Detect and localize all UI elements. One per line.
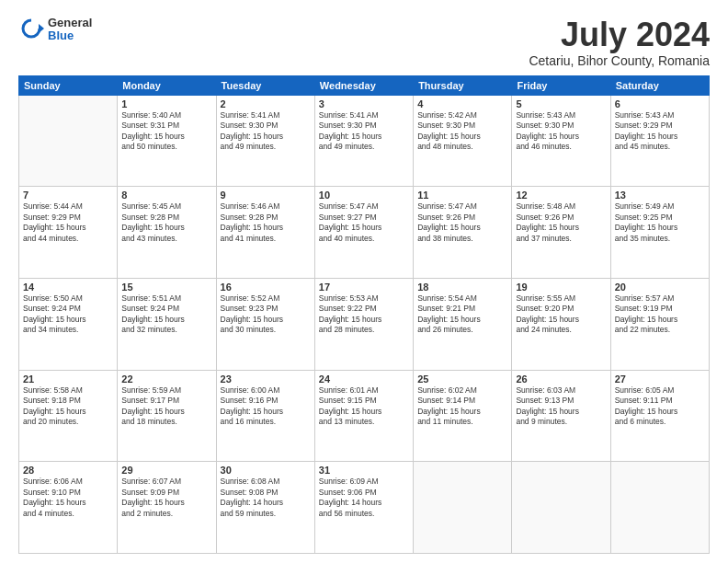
table-row: 7Sunrise: 5:44 AMSunset: 9:29 PMDaylight… xyxy=(19,187,118,279)
cell-content: Sunrise: 6:09 AMSunset: 9:06 PMDaylight:… xyxy=(319,477,409,519)
day-number: 6 xyxy=(615,98,705,109)
day-number: 1 xyxy=(121,98,211,109)
day-number: 28 xyxy=(23,465,113,476)
calendar-row: 1Sunrise: 5:40 AMSunset: 9:31 PMDaylight… xyxy=(19,95,710,187)
col-saturday: Saturday xyxy=(610,75,709,95)
cell-content: Sunrise: 5:57 AMSunset: 9:19 PMDaylight:… xyxy=(615,293,705,336)
cell-content: Sunrise: 5:48 AMSunset: 9:26 PMDaylight:… xyxy=(516,201,606,244)
table-row: 17Sunrise: 5:53 AMSunset: 9:22 PMDayligh… xyxy=(314,278,413,370)
calendar-row: 14Sunrise: 5:50 AMSunset: 9:24 PMDayligh… xyxy=(19,278,710,370)
table-row: 16Sunrise: 5:52 AMSunset: 9:23 PMDayligh… xyxy=(216,278,314,370)
day-number: 23 xyxy=(221,373,311,385)
header: General Blue July 2024 Cetariu, Bihor Co… xyxy=(18,17,710,68)
cell-content: Sunrise: 5:50 AMSunset: 9:24 PMDaylight:… xyxy=(23,293,113,336)
cell-content: Sunrise: 5:51 AMSunset: 9:24 PMDaylight:… xyxy=(121,293,211,336)
table-row: 8Sunrise: 5:45 AMSunset: 9:28 PMDaylight… xyxy=(118,187,216,279)
cell-content: Sunrise: 5:46 AMSunset: 9:28 PMDaylight:… xyxy=(221,201,311,244)
main-title: July 2024 xyxy=(529,17,710,53)
table-row: 27Sunrise: 6:05 AMSunset: 9:11 PMDayligh… xyxy=(610,370,709,462)
subtitle: Cetariu, Bihor County, Romania xyxy=(529,53,710,68)
table-row: 15Sunrise: 5:51 AMSunset: 9:24 PMDayligh… xyxy=(118,278,216,370)
day-number: 24 xyxy=(319,373,409,385)
table-row: 22Sunrise: 5:59 AMSunset: 9:17 PMDayligh… xyxy=(118,370,216,462)
day-number: 29 xyxy=(121,465,211,476)
logo-general-text: General xyxy=(48,17,92,29)
day-number: 21 xyxy=(23,373,113,385)
cell-content: Sunrise: 5:53 AMSunset: 9:22 PMDaylight:… xyxy=(319,293,409,336)
table-row: 30Sunrise: 6:08 AMSunset: 9:08 PMDayligh… xyxy=(216,462,314,554)
logo-blue-text: Blue xyxy=(48,29,92,42)
table-row: 11Sunrise: 5:47 AMSunset: 9:26 PMDayligh… xyxy=(414,187,512,279)
table-row: 13Sunrise: 5:49 AMSunset: 9:25 PMDayligh… xyxy=(610,187,709,279)
day-number: 7 xyxy=(23,190,113,201)
day-number: 27 xyxy=(615,373,705,385)
cell-content: Sunrise: 5:58 AMSunset: 9:18 PMDaylight:… xyxy=(23,385,113,428)
table-row: 3Sunrise: 5:41 AMSunset: 9:30 PMDaylight… xyxy=(314,95,413,187)
day-number: 31 xyxy=(319,465,409,476)
cell-content: Sunrise: 6:06 AMSunset: 9:10 PMDaylight:… xyxy=(23,477,113,519)
table-row: 25Sunrise: 6:02 AMSunset: 9:14 PMDayligh… xyxy=(414,370,512,462)
day-number: 20 xyxy=(615,282,705,293)
day-number: 30 xyxy=(221,465,311,476)
table-row: 9Sunrise: 5:46 AMSunset: 9:28 PMDaylight… xyxy=(216,187,314,279)
table-row: 31Sunrise: 6:09 AMSunset: 9:06 PMDayligh… xyxy=(314,462,413,554)
cell-content: Sunrise: 5:47 AMSunset: 9:26 PMDaylight:… xyxy=(417,201,507,244)
day-number: 4 xyxy=(417,98,507,109)
col-thursday: Thursday xyxy=(414,75,512,95)
day-number: 3 xyxy=(319,98,409,109)
calendar: Sunday Monday Tuesday Wednesday Thursday… xyxy=(18,75,710,554)
table-row: 5Sunrise: 5:43 AMSunset: 9:30 PMDaylight… xyxy=(512,95,610,187)
cell-content: Sunrise: 5:49 AMSunset: 9:25 PMDaylight:… xyxy=(615,201,705,244)
table-row xyxy=(512,462,610,554)
calendar-row: 7Sunrise: 5:44 AMSunset: 9:29 PMDaylight… xyxy=(19,187,710,279)
day-number: 9 xyxy=(221,190,311,201)
table-row xyxy=(414,462,512,554)
day-number: 12 xyxy=(516,190,606,201)
table-row xyxy=(19,95,118,187)
table-row: 10Sunrise: 5:47 AMSunset: 9:27 PMDayligh… xyxy=(314,187,413,279)
table-row: 28Sunrise: 6:06 AMSunset: 9:10 PMDayligh… xyxy=(19,462,118,554)
cell-content: Sunrise: 5:41 AMSunset: 9:30 PMDaylight:… xyxy=(221,110,311,153)
cell-content: Sunrise: 5:43 AMSunset: 9:30 PMDaylight:… xyxy=(516,110,606,153)
cell-content: Sunrise: 5:54 AMSunset: 9:21 PMDaylight:… xyxy=(417,293,507,336)
cell-content: Sunrise: 5:42 AMSunset: 9:30 PMDaylight:… xyxy=(417,110,507,153)
table-row: 21Sunrise: 5:58 AMSunset: 9:18 PMDayligh… xyxy=(19,370,118,462)
col-tuesday: Tuesday xyxy=(216,75,314,95)
day-number: 11 xyxy=(417,190,507,201)
title-block: July 2024 Cetariu, Bihor County, Romania xyxy=(529,17,710,68)
table-row: 6Sunrise: 5:43 AMSunset: 9:29 PMDaylight… xyxy=(610,95,709,187)
table-row: 29Sunrise: 6:07 AMSunset: 9:09 PMDayligh… xyxy=(118,462,216,554)
table-row: 4Sunrise: 5:42 AMSunset: 9:30 PMDaylight… xyxy=(414,95,512,187)
day-number: 10 xyxy=(319,190,409,201)
cell-content: Sunrise: 6:07 AMSunset: 9:09 PMDaylight:… xyxy=(121,477,211,519)
day-number: 15 xyxy=(121,282,211,293)
logo: General Blue xyxy=(18,17,92,43)
day-number: 18 xyxy=(417,282,507,293)
day-number: 16 xyxy=(221,282,311,293)
cell-content: Sunrise: 5:43 AMSunset: 9:29 PMDaylight:… xyxy=(615,110,705,153)
table-row: 12Sunrise: 5:48 AMSunset: 9:26 PMDayligh… xyxy=(512,187,610,279)
table-row: 1Sunrise: 5:40 AMSunset: 9:31 PMDaylight… xyxy=(118,95,216,187)
day-number: 5 xyxy=(516,98,606,109)
col-friday: Friday xyxy=(512,75,610,95)
logo-text: General Blue xyxy=(48,17,92,43)
table-row: 24Sunrise: 6:01 AMSunset: 9:15 PMDayligh… xyxy=(314,370,413,462)
col-sunday: Sunday xyxy=(19,75,118,95)
cell-content: Sunrise: 5:59 AMSunset: 9:17 PMDaylight:… xyxy=(121,385,211,428)
table-row: 2Sunrise: 5:41 AMSunset: 9:30 PMDaylight… xyxy=(216,95,314,187)
table-row: 19Sunrise: 5:55 AMSunset: 9:20 PMDayligh… xyxy=(512,278,610,370)
calendar-row: 28Sunrise: 6:06 AMSunset: 9:10 PMDayligh… xyxy=(19,462,710,554)
day-number: 19 xyxy=(516,282,606,293)
table-row: 26Sunrise: 6:03 AMSunset: 9:13 PMDayligh… xyxy=(512,370,610,462)
cell-content: Sunrise: 5:47 AMSunset: 9:27 PMDaylight:… xyxy=(319,201,409,244)
cell-content: Sunrise: 6:02 AMSunset: 9:14 PMDaylight:… xyxy=(417,385,507,428)
calendar-row: 21Sunrise: 5:58 AMSunset: 9:18 PMDayligh… xyxy=(19,370,710,462)
day-number: 2 xyxy=(221,98,311,109)
table-row: 23Sunrise: 6:00 AMSunset: 9:16 PMDayligh… xyxy=(216,370,314,462)
table-row: 14Sunrise: 5:50 AMSunset: 9:24 PMDayligh… xyxy=(19,278,118,370)
svg-marker-1 xyxy=(39,24,44,33)
col-monday: Monday xyxy=(118,75,216,95)
table-row xyxy=(610,462,709,554)
calendar-header-row: Sunday Monday Tuesday Wednesday Thursday… xyxy=(19,75,710,95)
day-number: 22 xyxy=(121,373,211,385)
